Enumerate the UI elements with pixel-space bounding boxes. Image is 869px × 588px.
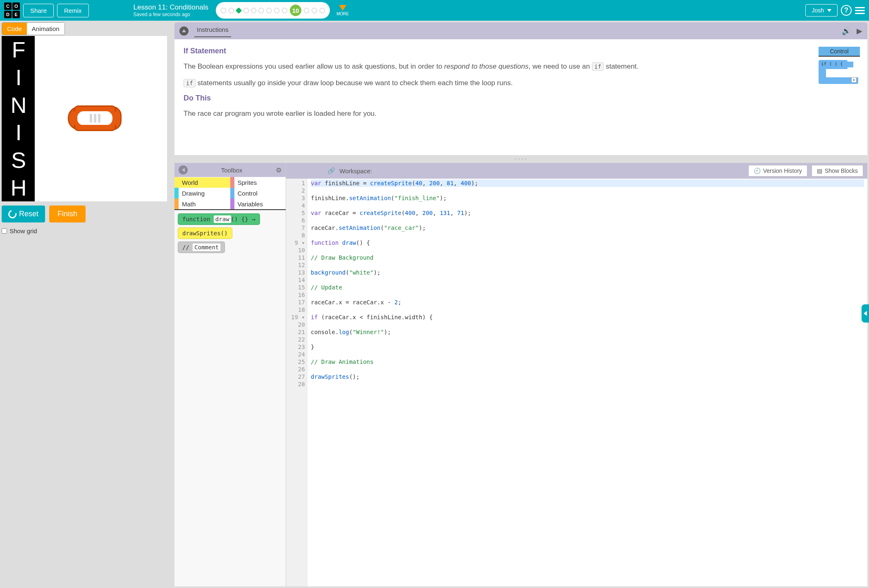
play-icon[interactable]: ▶ <box>857 26 862 36</box>
progress-step[interactable] <box>251 7 257 14</box>
reset-button[interactable]: Reset <box>2 206 45 222</box>
instructions-panel: Instructions 🔊 ▶ Control if ( ) { If Sta… <box>174 22 867 155</box>
progress-step[interactable] <box>266 8 272 13</box>
show-grid-checkbox[interactable]: Show grid <box>2 227 168 234</box>
workspace-header: 🔗 Workspace: 🕘 Version History ▤ Show Bl… <box>286 163 867 179</box>
toolbox-header: Toolbox ⚙ <box>174 163 286 177</box>
version-history-button[interactable]: 🕘 Version History <box>748 165 807 177</box>
blocks-icon: ▤ <box>817 167 822 174</box>
finish-line-sprite: F I N I S H <box>2 36 35 201</box>
progress-step[interactable] <box>244 8 249 13</box>
workspace-area: Toolbox ⚙ WorldSpritesDrawingControlMath… <box>174 163 867 586</box>
line-gutter: 123456789 ▾10111213141516171819 ▾2021222… <box>286 179 308 586</box>
instructions-tab[interactable]: Instructions <box>194 24 231 37</box>
progress-step[interactable] <box>236 7 242 14</box>
resize-handle[interactable]: • • • • <box>174 157 867 161</box>
progress-step[interactable] <box>221 8 226 13</box>
toolbox-category-math[interactable]: Math <box>174 198 230 209</box>
reset-icon <box>7 208 18 220</box>
toolbox-blocks: function draw() {} → drawSprites() // Co… <box>174 210 286 586</box>
chevron-down-icon <box>827 9 831 12</box>
link-icon: 🔗 <box>327 167 335 174</box>
right-panel: Instructions 🔊 ▶ Control if ( ) { If Sta… <box>170 21 869 588</box>
user-menu-button[interactable]: Josh <box>805 4 838 17</box>
instructions-header: Instructions 🔊 ▶ <box>174 22 867 39</box>
more-marker[interactable]: MORE <box>337 5 349 16</box>
progress-step[interactable] <box>304 8 309 13</box>
logo[interactable]: CO DE <box>4 2 20 18</box>
hamburger-menu-icon[interactable] <box>855 7 865 14</box>
block-comment[interactable]: // Comment <box>178 241 225 253</box>
game-canvas[interactable]: F I N I S H <box>2 36 167 201</box>
code-editor[interactable]: 123456789 ▾10111213141516171819 ▾2021222… <box>286 179 867 586</box>
tab-code[interactable]: Code <box>2 23 27 35</box>
progress-step[interactable] <box>282 8 287 13</box>
show-blocks-button[interactable]: ▤ Show Blocks <box>812 165 863 177</box>
toolbox-category-world[interactable]: World <box>174 177 230 188</box>
lesson-info: Lesson 11: Conditionals Saved a few seco… <box>134 3 208 17</box>
collapse-icon[interactable] <box>179 26 189 36</box>
help-icon[interactable]: ? <box>841 5 852 16</box>
toolbox-category-control[interactable]: Control <box>230 188 286 198</box>
instructions-paragraph: The Boolean expressions you used earlier… <box>184 61 858 72</box>
progress-step[interactable] <box>229 8 234 13</box>
main-area: Code Animation F I N I S H Reset Finish <box>0 21 869 588</box>
block-function-draw[interactable]: function draw() {} → <box>178 213 260 225</box>
instructions-paragraph: if statements usually go inside your dra… <box>184 78 858 88</box>
finish-button[interactable]: Finish <box>49 206 86 222</box>
share-button[interactable]: Share <box>23 4 54 17</box>
triangle-down-icon <box>339 5 346 11</box>
saved-status: Saved a few seconds ago <box>134 12 208 17</box>
code-content[interactable]: var finishLine = createSprite(40, 200, 8… <box>308 179 867 586</box>
tab-animation[interactable]: Animation <box>27 23 64 35</box>
canvas-controls: Reset Finish <box>2 206 168 222</box>
block-draw-sprites[interactable]: drawSprites() <box>178 227 232 239</box>
toolbox-panel: Toolbox ⚙ WorldSpritesDrawingControlMath… <box>174 163 286 586</box>
instructions-body: Control if ( ) { If Statement The Boolea… <box>174 39 867 155</box>
panel-tabs: Code Animation <box>2 22 65 35</box>
left-panel: Code Animation F I N I S H Reset Finish <box>0 21 170 588</box>
app-header: CO DE Share Remix Lesson 11: Conditional… <box>0 0 869 21</box>
clock-icon: 🕘 <box>754 167 761 174</box>
toolbox-category-variables[interactable]: Variables <box>230 198 286 209</box>
control-block-preview: Control if ( ) { <box>819 47 860 84</box>
gear-icon[interactable]: ⚙ <box>276 166 282 174</box>
instructions-paragraph: The race car program you wrote earlier i… <box>184 108 858 119</box>
progress-step[interactable] <box>258 8 264 13</box>
workspace-label: Workspace: <box>339 167 372 174</box>
code-panel: 🔗 Workspace: 🕘 Version History ▤ Show Bl… <box>286 163 867 586</box>
instructions-title: If Statement <box>184 47 858 55</box>
progress-step[interactable] <box>320 8 325 13</box>
toolbox-categories: WorldSpritesDrawingControlMathVariables <box>174 177 286 210</box>
progress-step[interactable] <box>274 8 279 13</box>
remix-button[interactable]: Remix <box>57 4 89 17</box>
audio-icon[interactable]: 🔊 <box>842 26 851 36</box>
do-this-title: Do This <box>184 94 858 103</box>
side-collapse-tab[interactable] <box>862 304 869 323</box>
show-grid-input[interactable] <box>2 228 7 234</box>
progress-step-current[interactable]: 10 <box>290 5 301 16</box>
toolbox-category-sprites[interactable]: Sprites <box>230 177 286 188</box>
progress-step[interactable] <box>312 8 317 13</box>
progress-bar: 10 <box>216 2 330 19</box>
lesson-title: Lesson 11: Conditionals <box>134 3 208 12</box>
race-car-sprite <box>68 106 122 135</box>
back-icon[interactable] <box>179 165 188 174</box>
toolbox-category-drawing[interactable]: Drawing <box>174 188 230 198</box>
